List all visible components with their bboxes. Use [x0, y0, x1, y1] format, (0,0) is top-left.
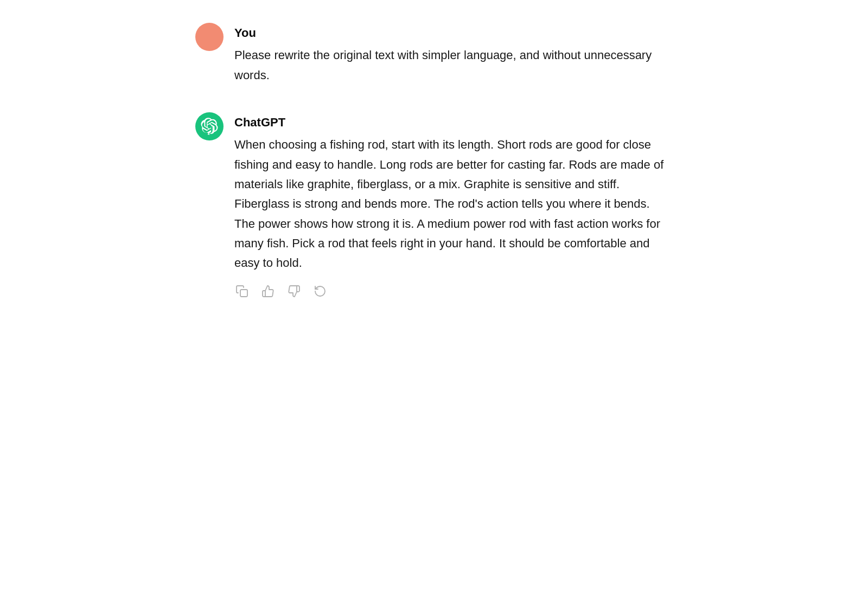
copy-icon	[235, 285, 248, 298]
gpt-avatar	[195, 112, 224, 140]
gpt-message-text: When choosing a fishing rod, start with …	[234, 135, 673, 273]
gpt-name: ChatGPT	[234, 116, 673, 130]
user-message-text: Please rewrite the original text with si…	[234, 46, 673, 85]
thumbs-down-button[interactable]	[286, 284, 302, 299]
gpt-message: ChatGPT When choosing a fishing rod, sta…	[195, 111, 673, 299]
thumbs-up-button[interactable]	[260, 284, 276, 299]
user-message: You Please rewrite the original text wit…	[195, 22, 673, 85]
svg-rect-0	[240, 290, 247, 297]
user-message-content: You Please rewrite the original text wit…	[234, 22, 673, 85]
action-icons-bar	[234, 284, 673, 299]
user-name: You	[234, 26, 673, 40]
regenerate-icon	[314, 285, 327, 298]
chat-container: You Please rewrite the original text wit…	[163, 0, 705, 347]
thumbs-down-icon	[288, 285, 301, 298]
thumbs-up-icon	[261, 285, 275, 298]
gpt-message-content: ChatGPT When choosing a fishing rod, sta…	[234, 111, 673, 299]
user-avatar	[195, 23, 224, 51]
chatgpt-logo-icon	[201, 118, 218, 135]
copy-button[interactable]	[234, 284, 250, 299]
regenerate-button[interactable]	[312, 284, 328, 299]
